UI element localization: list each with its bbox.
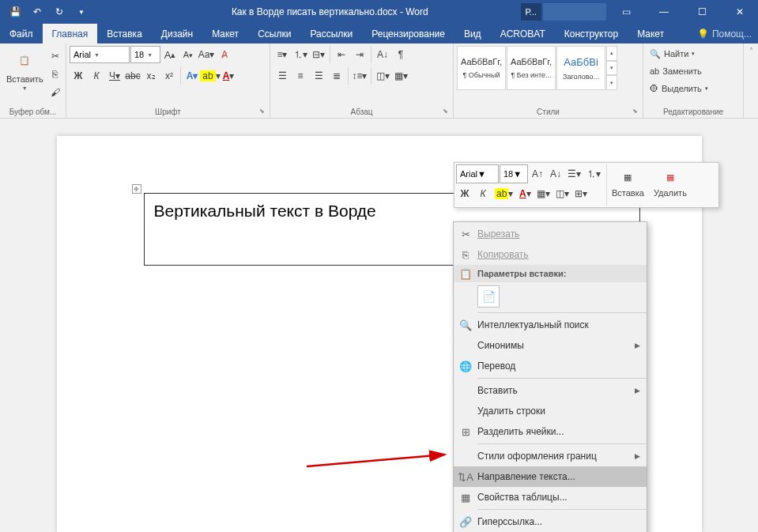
style-no-spacing[interactable]: АаБбВвГг, ¶ Без инте... — [507, 46, 556, 90]
grow-font-icon[interactable]: A▴ — [161, 46, 179, 63]
mini-highlight-icon[interactable]: ab▾ — [492, 184, 515, 203]
tab-layout2[interactable]: Макет — [628, 24, 673, 43]
paste-keep-source-icon[interactable]: 📄 — [477, 285, 500, 308]
cm-delete-rows[interactable]: Удалить строки — [454, 401, 647, 421]
mini-shading-icon[interactable]: ◫▾ — [553, 184, 571, 203]
decrease-indent-icon[interactable]: ⇤ — [333, 46, 350, 63]
tab-view[interactable]: Вид — [454, 24, 491, 43]
cm-text-direction[interactable]: ⇅A Направление текста... — [454, 466, 647, 487]
close-icon[interactable]: ✕ — [722, 0, 758, 24]
mini-bullets-icon[interactable]: ☰▾ — [565, 164, 583, 183]
tab-acrobat[interactable]: ACROBAT — [491, 24, 555, 43]
sort-icon[interactable]: A↓ — [374, 46, 391, 63]
ribbon-tabs: Файл Главная Вставка Дизайн Макет Ссылки… — [0, 24, 758, 43]
cm-copy[interactable]: ⎘ Копировать — [454, 244, 647, 265]
underline-button[interactable]: Ч▾ — [106, 67, 123, 85]
paste-icon: 📋 — [12, 47, 37, 73]
bold-button[interactable]: Ж — [70, 67, 87, 85]
table-move-handle[interactable]: ✥ — [132, 184, 141, 194]
numbering-icon[interactable]: ⒈▾ — [292, 46, 309, 63]
copy-icon[interactable]: ⎘ — [47, 66, 64, 83]
tell-me-search[interactable]: 💡 Помощ... — [697, 28, 752, 40]
mini-italic[interactable]: К — [474, 184, 492, 203]
cm-table-props[interactable]: ▦ Свойства таблицы... — [454, 487, 647, 507]
replace-button[interactable]: abЗаменить — [647, 63, 705, 79]
shading-icon[interactable]: ◫▾ — [374, 67, 391, 85]
select-button[interactable]: ⭗Выделить▾ — [647, 81, 711, 96]
cm-cut[interactable]: ✂ Вырезать — [454, 224, 647, 244]
mini-grow-icon[interactable]: A↑ — [529, 164, 546, 183]
search-icon: 🔍 — [650, 49, 661, 59]
shrink-font-icon[interactable]: A▾ — [179, 46, 197, 63]
undo-icon[interactable]: ↶ — [27, 2, 47, 22]
increase-indent-icon[interactable]: ⇥ — [351, 46, 368, 63]
ribbon-options-icon[interactable]: ▭ — [608, 0, 644, 24]
tab-file[interactable]: Файл — [0, 24, 43, 43]
italic-button[interactable]: К — [88, 67, 105, 85]
tab-mailings[interactable]: Рассылки — [300, 24, 362, 43]
cm-paste-header: 📋 Параметры вставки: — [454, 265, 647, 282]
minimize-icon[interactable]: — — [646, 0, 682, 24]
paste-button[interactable]: 📋 Вставить ▼ — [3, 46, 47, 92]
group-font: Arial▼ 18▼ A▴ A▾ Aa▾ A̷ Ж К Ч▾ abc x₂ x²… — [66, 43, 270, 118]
align-left-icon[interactable]: ☰ — [273, 67, 291, 85]
align-right-icon[interactable]: ☰ — [310, 67, 327, 85]
cursor-icon: ⭗ — [650, 84, 658, 93]
mini-bold[interactable]: Ж — [456, 184, 473, 203]
mini-delete-button[interactable]: ▦ Удалить — [649, 164, 692, 206]
tab-references[interactable]: Ссылки — [248, 24, 300, 43]
align-center-icon[interactable]: ≡ — [292, 67, 309, 85]
cm-translate[interactable]: 🌐 Перевод — [454, 356, 647, 376]
justify-icon[interactable]: ≣ — [328, 67, 345, 85]
group-label-editing: Редактирование — [647, 106, 740, 118]
cm-split-cells[interactable]: ⊞ Разделить ячейки... — [454, 421, 647, 442]
collapse-ribbon-icon[interactable]: ˄ — [744, 43, 758, 118]
find-button[interactable]: 🔍Найти▾ — [647, 46, 698, 62]
clear-format-icon[interactable]: A̷ — [216, 46, 233, 63]
qat-customize-icon[interactable]: ▼ — [71, 2, 92, 22]
mini-borders-icon[interactable]: ▦▾ — [534, 184, 552, 203]
tab-layout[interactable]: Макет — [202, 24, 248, 43]
format-painter-icon[interactable]: 🖌 — [47, 84, 64, 101]
redo-icon[interactable]: ↻ — [49, 2, 70, 22]
maximize-icon[interactable]: ☐ — [684, 0, 720, 24]
account-badge[interactable]: Р... — [521, 3, 541, 21]
style-normal[interactable]: АаБбВвГг, ¶ Обычный — [457, 46, 506, 90]
cm-hyperlink[interactable]: 🔗 Гиперссылка... — [454, 511, 647, 532]
mini-font-color-icon[interactable]: A▾ — [516, 184, 534, 203]
save-icon[interactable]: 💾 — [5, 2, 25, 22]
mini-insert-button[interactable]: ▦ Вставка — [607, 164, 649, 206]
tab-constructor[interactable]: Конструктор — [555, 24, 628, 43]
mini-align-icon[interactable]: ⊞▾ — [572, 184, 590, 203]
font-color-icon[interactable]: A▾ — [220, 67, 237, 85]
font-size-combo[interactable]: 18▼ — [130, 46, 160, 63]
cm-synonyms[interactable]: Синонимы ▶ — [454, 335, 647, 356]
cm-border-styles[interactable]: Стили оформления границ ▶ — [454, 446, 647, 466]
borders-icon[interactable]: ▦▾ — [392, 67, 409, 85]
line-spacing-icon[interactable]: ↕≡▾ — [351, 67, 368, 85]
tab-insert[interactable]: Вставка — [97, 24, 152, 43]
font-family-combo[interactable]: Arial▼ — [70, 46, 130, 63]
tab-design[interactable]: Дизайн — [152, 24, 202, 43]
subscript-icon[interactable]: x₂ — [142, 67, 160, 85]
strike-button[interactable]: abc — [124, 67, 141, 85]
highlight-icon[interactable]: ab▾ — [202, 67, 219, 85]
multilevel-icon[interactable]: ⊟▾ — [310, 46, 327, 63]
mini-size-combo[interactable]: 18▼ — [500, 164, 528, 183]
superscript-icon[interactable]: x² — [160, 67, 178, 85]
styles-gallery-scroll[interactable]: ▴▾▾ — [606, 46, 617, 90]
mini-font-combo[interactable]: Arial▼ — [456, 164, 499, 183]
cut-icon[interactable]: ✂ — [47, 47, 64, 65]
text-effects-icon[interactable]: A▾ — [183, 67, 201, 85]
mini-shrink-icon[interactable]: A↓ — [547, 164, 564, 183]
change-case-icon[interactable]: Aa▾ — [198, 46, 215, 63]
tab-review[interactable]: Рецензирование — [362, 24, 454, 43]
cm-insert[interactable]: Вставить ▶ — [454, 380, 647, 401]
show-marks-icon[interactable]: ¶ — [392, 46, 409, 63]
cm-smart-lookup[interactable]: 🔍 Интеллектуальный поиск — [454, 315, 647, 335]
bullets-icon[interactable]: ≡▾ — [273, 46, 291, 63]
scissors-icon: ✂ — [462, 228, 470, 240]
tab-home[interactable]: Главная — [43, 24, 98, 43]
style-heading[interactable]: АаБбВі Заголово... — [556, 46, 605, 90]
mini-numbering-icon[interactable]: ⒈▾ — [584, 164, 603, 183]
